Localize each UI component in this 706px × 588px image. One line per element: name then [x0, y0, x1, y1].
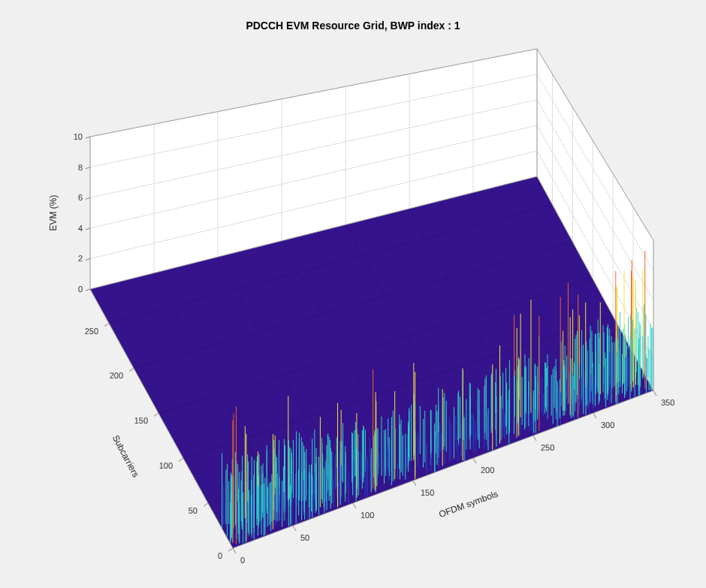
- svg-line-617: [413, 481, 416, 486]
- axes-3d[interactable]: 050100150200250300350 050100150200250 02…: [0, 0, 706, 588]
- svg-text:250: 250: [541, 443, 554, 452]
- svg-text:150: 150: [421, 488, 434, 497]
- svg-text:6: 6: [78, 193, 83, 202]
- svg-line-633: [154, 413, 158, 416]
- svg-line-637: [104, 324, 109, 327]
- matlab-figure: { "title": "PDCCH EVM Resource Grid, BWP…: [0, 0, 706, 588]
- svg-text:0: 0: [78, 285, 83, 294]
- svg-text:200: 200: [110, 371, 123, 380]
- svg-line-611: [233, 548, 236, 553]
- y-axis-label: Subcarriers: [110, 433, 141, 479]
- z-axis-ticks: 0246810: [74, 132, 90, 294]
- svg-text:250: 250: [85, 327, 98, 336]
- svg-text:2: 2: [78, 254, 83, 263]
- svg-line-629: [204, 503, 208, 506]
- svg-text:0: 0: [218, 551, 222, 560]
- svg-text:8: 8: [78, 163, 83, 172]
- svg-text:350: 350: [661, 398, 674, 407]
- svg-line-613: [293, 526, 296, 531]
- svg-line-615: [353, 503, 356, 508]
- svg-line-647: [86, 167, 90, 169]
- svg-text:10: 10: [74, 132, 83, 141]
- svg-line-635: [129, 368, 134, 371]
- svg-line-639: [86, 289, 90, 291]
- z-axis-label: EVM (%): [48, 194, 59, 231]
- svg-text:0: 0: [240, 556, 245, 565]
- svg-text:50: 50: [300, 533, 309, 542]
- svg-line-649: [86, 137, 90, 138]
- svg-line-645: [86, 198, 90, 199]
- svg-line-621: [533, 436, 536, 441]
- svg-line-631: [179, 458, 183, 461]
- svg-text:300: 300: [601, 421, 614, 430]
- svg-line-627: [228, 548, 233, 551]
- svg-text:4: 4: [78, 224, 83, 233]
- svg-text:100: 100: [159, 461, 173, 470]
- svg-text:150: 150: [134, 416, 148, 425]
- svg-line-623: [593, 413, 596, 418]
- svg-line-641: [86, 258, 90, 260]
- svg-line-619: [473, 458, 476, 463]
- svg-text:200: 200: [481, 466, 494, 475]
- svg-line-625: [653, 390, 656, 396]
- svg-text:50: 50: [189, 506, 198, 515]
- svg-line-643: [86, 228, 90, 230]
- x-axis-label: OFDM symbols: [437, 489, 499, 520]
- svg-text:100: 100: [361, 511, 374, 520]
